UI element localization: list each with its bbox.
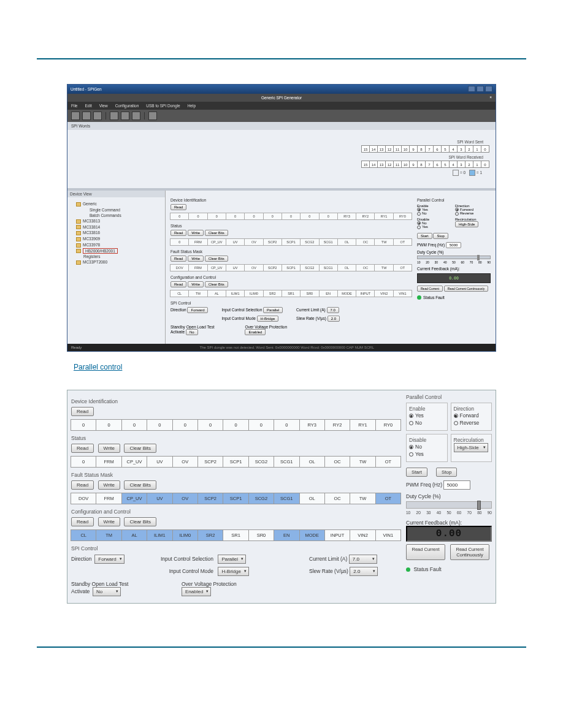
enable-yes-radio[interactable]: Yes: [409, 412, 445, 419]
ovp-select[interactable]: Enabled: [182, 587, 211, 596]
write-button[interactable]: Write: [188, 281, 204, 287]
read-current-cont-button[interactable]: Read Current Continuously: [444, 286, 488, 292]
copy-icon: [121, 112, 129, 120]
new-icon: [71, 112, 80, 120]
read-button[interactable]: Read: [71, 407, 94, 416]
paste-icon: [132, 112, 140, 120]
folder-icon: [76, 225, 81, 229]
fsm-row[interactable]: DOVFRMCP_UVUVOVSCP2SCP1SCG2SCG1OLOCTWOT: [71, 493, 401, 504]
status-led-icon: [417, 295, 421, 300]
parallel-control-panel-small: Parallel Control Enable Yes No Disable N…: [417, 194, 491, 335]
clear-bits-button[interactable]: Clear Bits: [205, 281, 228, 287]
recirc-select[interactable]: High-Side: [455, 221, 478, 227]
cfg-row[interactable]: CLTMALILIM1ILIM0SR2SR1SR0ENMODEINPUTVIN2…: [71, 529, 401, 541]
folder-icon: [76, 237, 81, 241]
start-button[interactable]: Start: [417, 233, 432, 239]
start-button[interactable]: Start: [406, 468, 427, 477]
group-spictrl-title: SPI Control: [71, 545, 401, 552]
parallel-title: Parallel Control: [406, 394, 492, 400]
spi-words-tab[interactable]: SPI Words: [67, 122, 496, 130]
read-button[interactable]: Read: [170, 230, 186, 236]
disable-yes-radio[interactable]: Yes: [409, 450, 445, 458]
dir-reverse-radio[interactable]: Reverse: [454, 419, 489, 427]
close-icon[interactable]: ×: [489, 95, 492, 99]
ovp-select[interactable]: Enabled: [245, 329, 266, 335]
folder-icon: [76, 219, 81, 224]
caption-link[interactable]: Parallel control: [74, 363, 526, 371]
group-fsm: Fault Status Mask: [170, 249, 412, 254]
group-status-title: Status: [71, 435, 401, 441]
status-fault-label: Status Fault: [413, 566, 441, 572]
current-feedback-readout: 0.00: [406, 526, 492, 542]
read-current-button[interactable]: Read Current: [417, 286, 443, 292]
write-button[interactable]: Write: [98, 517, 121, 526]
duty-cycle-slider[interactable]: [406, 501, 492, 509]
direction-select[interactable]: Forward: [94, 555, 124, 564]
stop-button[interactable]: Stop: [436, 468, 457, 477]
disable-no-radio[interactable]: No: [409, 443, 445, 450]
spi-word-area: SPI Word Sent 1514131211109876543210 SPI…: [67, 130, 496, 188]
write-button[interactable]: Write: [98, 480, 121, 490]
title-bar: Untitled - SPIGen: [67, 85, 496, 94]
window-title: Untitled - SPIGen: [71, 87, 102, 91]
duty-cycle-label: Duty Cycle (%): [406, 493, 492, 499]
sr-select[interactable]: 2.0: [327, 316, 340, 322]
solt-select[interactable]: No: [93, 587, 121, 596]
clear-bits-button[interactable]: Clear Bits: [205, 256, 228, 262]
menu-bar[interactable]: FileEditViewConfigurationUSB to SPI Dong…: [67, 102, 496, 110]
solt-label: Standby Open Load Test: [71, 581, 182, 587]
read-button[interactable]: Read: [71, 517, 94, 526]
group-cfg: Configuration and Control: [170, 275, 412, 279]
slider-ticks: 102030405060708090: [406, 510, 492, 515]
open-icon: [82, 112, 91, 120]
read-button[interactable]: Read: [71, 480, 94, 490]
read-button[interactable]: Read: [170, 281, 186, 287]
ics-select[interactable]: Parallel: [218, 555, 246, 564]
clear-bits-button[interactable]: Clear Bits: [124, 444, 156, 453]
icm-select[interactable]: H-Bridge: [257, 316, 279, 322]
read-current-button[interactable]: Read Current: [406, 544, 445, 560]
folder-icon: [76, 260, 81, 265]
stop-button[interactable]: Stop: [433, 233, 448, 239]
write-button[interactable]: Write: [98, 444, 121, 453]
enable-no-radio[interactable]: No: [409, 419, 445, 427]
window-controls[interactable]: [467, 86, 492, 93]
group-spictrl: SPI Control: [170, 301, 412, 305]
pwm-freq-input[interactable]: 5000: [443, 480, 470, 490]
read-button[interactable]: Read: [170, 256, 186, 262]
clear-bits-button[interactable]: Clear Bits: [124, 480, 156, 490]
cl-select[interactable]: 7.0: [327, 307, 339, 313]
write-button[interactable]: Write: [188, 230, 204, 236]
current-limit-select[interactable]: 7.0: [349, 555, 377, 564]
group-cfg-title: Configuration and Control: [71, 509, 401, 515]
status-row: 0FRMCP_UVUVOVSCP2SCP1SCG2SCG1OLOCTWOT: [71, 456, 401, 468]
group-devid-title: Device Identification: [71, 398, 401, 404]
cut-icon: [110, 112, 118, 120]
bit-legend: = 0 = 1: [74, 170, 489, 176]
read-button[interactable]: Read: [71, 444, 94, 453]
direction-select[interactable]: Forward: [187, 307, 208, 313]
ovp-label: Over Voltage Protection: [182, 581, 237, 587]
group-status: Status: [170, 224, 412, 228]
sub-header: Generic SPI Generator ×: [67, 94, 496, 102]
devid-row: 000000000RY3RY2RY1RY0: [71, 419, 401, 431]
icm-select[interactable]: H-Bridge: [218, 567, 249, 576]
save-icon: [93, 112, 102, 120]
app-window-screenshot: Untitled - SPIGen Generic SPI Generator …: [67, 84, 496, 352]
recirculation-select[interactable]: High-Side: [454, 443, 488, 452]
read-button[interactable]: Read: [170, 204, 186, 210]
write-button[interactable]: Write: [188, 256, 204, 262]
dir-forward-radio[interactable]: Forward: [454, 412, 489, 419]
status-bar: Ready The SPI dongle was not detected. W…: [67, 344, 496, 351]
clear-bits-button[interactable]: Clear Bits: [205, 230, 228, 236]
clear-bits-button[interactable]: Clear Bits: [124, 517, 156, 526]
toolbar[interactable]: [67, 110, 496, 122]
read-current-cont-button[interactable]: Read Current Continuously: [450, 544, 489, 560]
slew-rate-select[interactable]: 2.0: [350, 567, 378, 576]
device-tree[interactable]: Device View Generic Single Command Batch…: [67, 191, 166, 344]
folder-icon: [76, 249, 81, 253]
folder-icon: [76, 202, 81, 207]
ics-select[interactable]: Parallel: [263, 307, 283, 313]
solt-select[interactable]: No: [186, 329, 198, 335]
folder-icon: [76, 231, 81, 235]
